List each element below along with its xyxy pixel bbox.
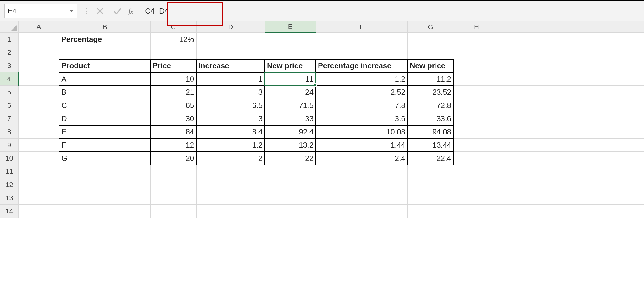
row-header-1[interactable]: 1 [0,33,19,46]
cell-F4[interactable]: 1.2 [316,72,408,86]
cell-G12[interactable] [408,178,453,191]
cell-pad1[interactable] [499,33,644,46]
name-box[interactable]: E4 [4,4,77,18]
cell-pad9[interactable] [499,139,644,152]
cell-B14[interactable] [59,205,150,218]
cell-B2[interactable] [59,46,150,59]
cell-B1[interactable]: Percentage [59,33,150,46]
cell-C6[interactable]: 65 [150,99,196,112]
cell-B3[interactable]: Product [59,59,150,72]
cell-pad4[interactable] [499,72,644,86]
cell-E10[interactable]: 22 [265,152,316,165]
cell-H13[interactable] [453,191,499,205]
cell-B10[interactable]: G [59,152,150,165]
row-header-14[interactable]: 14 [0,205,19,218]
cell-B8[interactable]: E [59,125,150,139]
cell-pad14[interactable] [499,205,644,218]
cell-pad5[interactable] [499,86,644,99]
cell-E7[interactable]: 33 [265,112,316,125]
cell-C14[interactable] [150,205,196,218]
cell-E3[interactable]: New price [265,59,316,72]
cell-H3[interactable] [453,59,499,72]
cell-pad7[interactable] [499,112,644,125]
cell-C5[interactable]: 21 [150,86,196,99]
col-header-H[interactable]: H [453,21,499,33]
cell-F10[interactable]: 2.4 [316,152,408,165]
cell-A5[interactable] [18,86,59,99]
cell-H8[interactable] [453,125,499,139]
row-header-5[interactable]: 5 [0,86,19,99]
cell-C7[interactable]: 30 [150,112,196,125]
cell-E12[interactable] [265,178,316,191]
row-header-3[interactable]: 3 [0,59,19,72]
cell-D12[interactable] [196,178,265,191]
cell-H10[interactable] [453,152,499,165]
select-all-corner[interactable] [0,21,19,33]
fx-icon[interactable]: fx [126,6,139,16]
cell-F3[interactable]: Percentage increase [316,59,408,72]
cell-E14[interactable] [265,205,316,218]
cell-F12[interactable] [316,178,408,191]
cell-G11[interactable] [408,165,453,178]
cell-B13[interactable] [59,191,150,205]
cell-D5[interactable]: 3 [196,86,265,99]
cell-D14[interactable] [196,205,265,218]
cell-D7[interactable]: 3 [196,112,265,125]
cell-H7[interactable] [453,112,499,125]
row-header-12[interactable]: 12 [0,178,19,191]
cell-pad13[interactable] [499,191,644,205]
cell-G13[interactable] [408,191,453,205]
formula-input[interactable]: =C4+D4 [139,4,644,18]
cell-G10[interactable]: 22.4 [408,152,453,165]
cell-F8[interactable]: 10.08 [316,125,408,139]
col-header-A[interactable]: A [18,21,59,33]
cell-E6[interactable]: 71.5 [265,99,316,112]
cell-A4[interactable] [18,72,59,86]
cell-F5[interactable]: 2.52 [316,86,408,99]
cell-E13[interactable] [265,191,316,205]
cell-G14[interactable] [408,205,453,218]
cell-D13[interactable] [196,191,265,205]
cell-B6[interactable]: C [59,99,150,112]
cell-D6[interactable]: 6.5 [196,99,265,112]
cell-pad3[interactable] [499,59,644,72]
cell-C9[interactable]: 12 [150,139,196,152]
row-header-8[interactable]: 8 [0,125,19,139]
cell-C1[interactable]: 12% [150,33,196,46]
cell-C10[interactable]: 20 [150,152,196,165]
cell-pad10[interactable] [499,152,644,165]
cell-H9[interactable] [453,139,499,152]
row-header-6[interactable]: 6 [0,99,19,112]
cell-A14[interactable] [18,205,59,218]
cell-C4[interactable]: 10 [150,72,196,86]
cell-G8[interactable]: 94.08 [408,125,453,139]
enter-button[interactable] [109,5,126,17]
cell-F1[interactable] [316,33,408,46]
cell-A10[interactable] [18,152,59,165]
cell-F6[interactable]: 7.8 [316,99,408,112]
cell-E4[interactable]: 11 [265,72,316,86]
cell-A12[interactable] [18,178,59,191]
cell-D8[interactable]: 8.4 [196,125,265,139]
grid[interactable]: A B C D E F G H 1 Percentage 12% 2 [0,21,644,218]
cell-D10[interactable]: 2 [196,152,265,165]
col-header-C[interactable]: C [150,21,196,33]
cell-H6[interactable] [453,99,499,112]
row-header-9[interactable]: 9 [0,139,19,152]
cell-B7[interactable]: D [59,112,150,125]
col-header-E[interactable]: E [265,21,316,33]
cell-C11[interactable] [150,165,196,178]
cell-A13[interactable] [18,191,59,205]
worksheet[interactable]: A B C D E F G H 1 Percentage 12% 2 [0,21,644,218]
cell-E2[interactable] [265,46,316,59]
cell-G3[interactable]: New price [408,59,453,72]
col-header-B[interactable]: B [59,21,150,33]
cell-B11[interactable] [59,165,150,178]
cell-G9[interactable]: 13.44 [408,139,453,152]
cell-A11[interactable] [18,165,59,178]
cell-B9[interactable]: F [59,139,150,152]
cell-D11[interactable] [196,165,265,178]
cell-B4[interactable]: A [59,72,150,86]
cell-A7[interactable] [18,112,59,125]
cell-D1[interactable] [196,33,265,46]
